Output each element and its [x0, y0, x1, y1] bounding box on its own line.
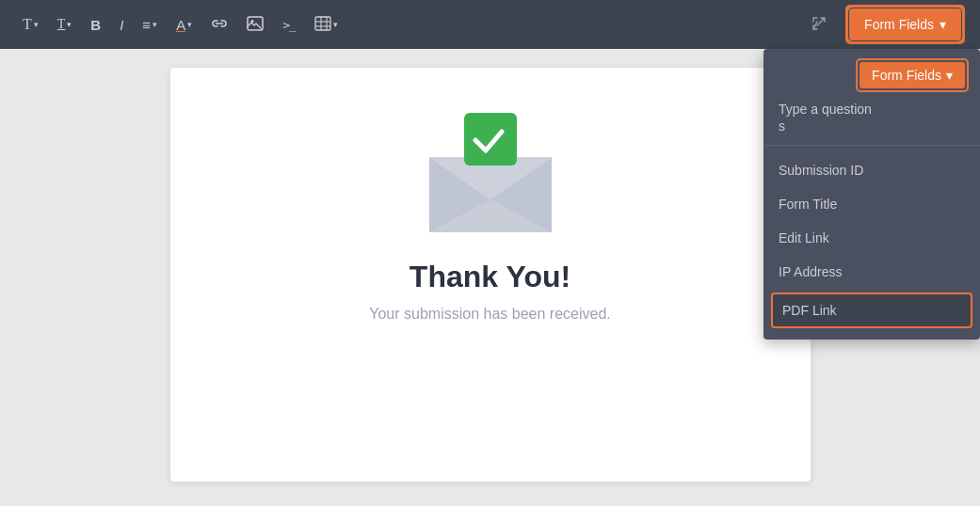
text-small-icon: T: [57, 17, 66, 32]
dropdown-form-fields-wrapper: Form Fields ▾: [856, 58, 969, 92]
form-fields-button[interactable]: Form Fields ▾: [849, 8, 961, 40]
form-fields-btn-wrapper: Form Fields ▾: [845, 5, 965, 44]
dropdown-form-fields-label: Form Fields: [872, 68, 941, 83]
thank-you-subtitle: Your submission has been received.: [369, 306, 610, 323]
table-dropdown-arrow: ▾: [333, 20, 338, 29]
bold-icon: B: [90, 17, 101, 33]
form-fields-label: Form Fields: [864, 17, 934, 32]
dropdown-form-fields-btn[interactable]: Form Fields ▾: [860, 62, 965, 88]
color-dropdown-arrow: ▾: [187, 20, 192, 29]
text-button[interactable]: T ▾: [15, 10, 46, 39]
align-icon: ≡: [142, 17, 151, 33]
dropdown-item-edit-link[interactable]: Edit Link: [763, 221, 980, 255]
dropdown-header: Form Fields ▾: [763, 49, 980, 98]
page-card: Thank You! Your submission has been rece…: [170, 68, 811, 482]
dropdown-item-pdf-link[interactable]: PDF Link: [773, 294, 971, 326]
color-icon: A: [176, 17, 185, 33]
search-sub-text: s: [779, 119, 965, 134]
text-small-button[interactable]: T ▾: [50, 11, 80, 38]
color-button[interactable]: A ▾: [169, 11, 200, 39]
dropdown-search-area: Type a question s: [763, 98, 980, 137]
search-placeholder-text: Type a question: [779, 102, 965, 117]
italic-icon: I: [120, 17, 123, 33]
bold-button[interactable]: B: [83, 11, 108, 39]
align-button[interactable]: ≡ ▾: [135, 11, 165, 39]
main-area: Thank You! Your submission has been rece…: [0, 49, 980, 506]
expand-icon: [811, 16, 827, 34]
link-icon: [211, 17, 228, 33]
table-icon: [314, 16, 331, 34]
link-button[interactable]: [203, 11, 235, 39]
embed-button[interactable]: >_: [275, 12, 303, 38]
italic-button[interactable]: I: [112, 11, 131, 39]
thank-you-title: Thank You!: [410, 260, 570, 294]
toolbar: T ▾ T ▾ B I ≡ ▾ A ▾: [0, 0, 980, 49]
dropdown-panel: Form Fields ▾ Type a question s Submissi…: [763, 49, 980, 340]
dropdown-item-submission-id[interactable]: Submission ID: [763, 153, 980, 187]
dropdown-chevron: ▾: [946, 68, 953, 83]
dropdown-item-ip-address[interactable]: IP Address: [763, 255, 980, 289]
expand-button[interactable]: [804, 10, 834, 40]
dropdown-divider: [763, 145, 980, 146]
dropdown-item-form-title[interactable]: Form Title: [763, 187, 980, 221]
image-button[interactable]: [239, 10, 271, 40]
dropdown-item-pdf-link-wrapper[interactable]: PDF Link: [771, 293, 972, 328]
text-small-dropdown-arrow: ▾: [67, 20, 72, 29]
text-icon: T: [23, 16, 32, 33]
envelope-illustration: [415, 105, 566, 237]
embed-icon: >_: [282, 18, 296, 32]
form-fields-dropdown-arrow: ▾: [940, 17, 946, 32]
svg-rect-2: [315, 17, 330, 30]
align-dropdown-arrow: ▾: [153, 20, 157, 29]
table-button[interactable]: ▾: [307, 10, 345, 40]
image-icon: [247, 16, 264, 34]
text-dropdown-arrow: ▾: [34, 20, 39, 29]
svg-rect-12: [464, 113, 517, 166]
